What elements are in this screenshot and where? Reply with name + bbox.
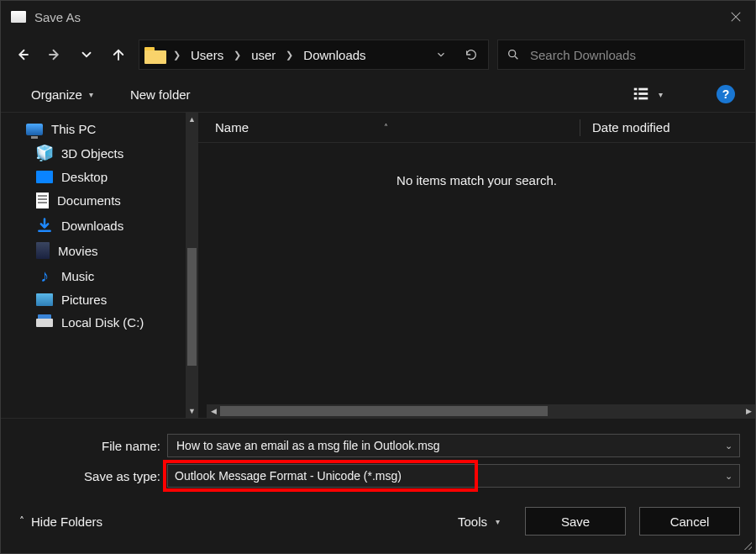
new-folder-button[interactable]: New folder [130, 87, 191, 102]
chevron-down-icon[interactable]: ⌄ [718, 441, 732, 451]
scroll-track[interactable] [220, 404, 742, 418]
search-box[interactable] [497, 40, 745, 70]
caret-down-icon: ▾ [496, 517, 500, 526]
folder-icon [144, 45, 166, 64]
scroll-left-icon[interactable]: ◀ [207, 404, 220, 418]
pictures-icon [36, 293, 53, 306]
save-type-label: Save as type: [16, 469, 167, 483]
hide-folders-button[interactable]: ˄ Hide Folders [19, 514, 102, 529]
this-pc-icon [26, 124, 43, 135]
column-date-label: Date modified [592, 120, 670, 135]
horizontal-scrollbar[interactable]: ◀ ▶ [207, 404, 755, 418]
save-type-field[interactable]: Outlook Message Format - Unicode (*.msg)… [167, 464, 740, 488]
column-separator[interactable] [580, 119, 580, 136]
document-icon [36, 193, 49, 208]
search-input[interactable] [528, 47, 736, 63]
scroll-up-icon[interactable]: ▲ [186, 113, 198, 126]
download-icon [36, 217, 53, 234]
address-dropdown[interactable] [429, 43, 453, 66]
tree-label: Pictures [61, 293, 107, 307]
arrow-right-icon [47, 47, 62, 62]
tree-item-pictures[interactable]: Pictures [1, 288, 198, 311]
crumb-user[interactable]: user [248, 46, 279, 64]
tree-label: Movies [58, 244, 98, 258]
file-name-label: File name: [16, 439, 167, 453]
tree-item-desktop[interactable]: Desktop [1, 166, 198, 188]
titlebar: Save As [1, 1, 755, 33]
chevron-down-icon[interactable]: ⌄ [718, 471, 732, 482]
organize-menu[interactable]: Organize ▾ [31, 87, 93, 102]
nav-forward-button[interactable] [43, 43, 66, 66]
folder-tree: This PC 🧊 3D Objects Desktop Documents [1, 113, 198, 339]
column-headers: Name ˄ Date modified [198, 113, 755, 143]
tree-item-movies[interactable]: Movies [1, 238, 198, 263]
tree-label: Desktop [61, 170, 108, 184]
chevron-right-icon: ❯ [228, 50, 246, 61]
resize-grip-icon[interactable] [742, 540, 752, 550]
column-date[interactable]: Date modified [592, 120, 738, 135]
svg-rect-3 [634, 92, 638, 95]
new-folder-label: New folder [130, 87, 191, 102]
svg-rect-5 [634, 98, 638, 100]
chevron-up-icon: ˄ [19, 515, 24, 527]
scroll-thumb[interactable] [187, 248, 197, 366]
hide-folders-label: Hide Folders [31, 514, 102, 529]
svg-point-0 [509, 50, 516, 57]
nav-up-button[interactable] [107, 43, 130, 66]
sort-indicator-icon: ˄ [384, 123, 388, 132]
save-as-dialog: Save As ❯ Users ❯ user ❯ Downloads [0, 0, 756, 554]
tree-item-local-disk[interactable]: Local Disk (C:) [1, 311, 198, 334]
main-area: This PC 🧊 3D Objects Desktop Documents [1, 112, 755, 419]
music-icon: ♪ [36, 267, 53, 284]
file-name-field[interactable]: ⌄ [167, 434, 740, 457]
tree-item-documents[interactable]: Documents [1, 188, 198, 213]
scroll-down-icon[interactable]: ▼ [186, 404, 198, 418]
organize-label: Organize [31, 87, 82, 102]
help-button[interactable]: ? [717, 85, 735, 103]
tree-item-this-pc[interactable]: This PC [1, 118, 198, 140]
save-form: File name: ⌄ Save as type: Outlook Messa… [1, 419, 755, 493]
tree-item-music[interactable]: ♪ Music [1, 263, 198, 288]
tree-label: Downloads [61, 219, 123, 233]
scroll-thumb[interactable] [220, 406, 548, 416]
file-name-input[interactable] [175, 438, 718, 453]
view-options[interactable]: ▾ [632, 85, 663, 103]
arrow-left-icon [15, 47, 30, 62]
chevron-down-icon [435, 49, 447, 61]
desktop-icon [36, 171, 53, 183]
address-bar[interactable]: ❯ Users ❯ user ❯ Downloads [139, 40, 489, 70]
disk-icon [36, 319, 53, 327]
tools-menu[interactable]: Tools ▾ [458, 514, 500, 529]
caret-down-icon: ▾ [89, 90, 93, 99]
file-pane: Name ˄ Date modified No items match your… [198, 113, 755, 418]
arrow-up-icon [111, 47, 126, 62]
nav-back-button[interactable] [11, 43, 34, 66]
chevron-down-icon [79, 47, 94, 62]
save-label: Save [561, 514, 590, 529]
refresh-icon [465, 48, 478, 61]
refresh-button[interactable] [459, 43, 483, 66]
column-name[interactable]: Name ˄ [215, 120, 568, 135]
save-button[interactable]: Save [525, 507, 626, 536]
nav-recent-button[interactable] [75, 43, 98, 66]
search-icon [507, 48, 520, 61]
cancel-label: Cancel [670, 514, 710, 529]
app-icon [11, 11, 26, 23]
scroll-track[interactable] [186, 126, 198, 404]
tree-label: 3D Objects [61, 146, 123, 161]
tree-label: Music [61, 269, 94, 283]
sidebar-scrollbar[interactable]: ▲ ▼ [186, 113, 198, 418]
svg-rect-1 [634, 88, 638, 91]
svg-rect-6 [638, 98, 648, 100]
tree-item-downloads[interactable]: Downloads [1, 213, 198, 238]
sidebar: This PC 🧊 3D Objects Desktop Documents [1, 113, 198, 418]
breadcrumb: Users ❯ user ❯ Downloads [187, 46, 423, 64]
cancel-button[interactable]: Cancel [639, 507, 740, 536]
crumb-users[interactable]: Users [187, 46, 227, 64]
scroll-right-icon[interactable]: ▶ [742, 404, 755, 418]
crumb-downloads[interactable]: Downloads [300, 46, 369, 64]
close-button[interactable] [717, 1, 755, 33]
svg-rect-4 [638, 92, 648, 95]
tree-label: Local Disk (C:) [61, 315, 144, 330]
tree-item-3d-objects[interactable]: 🧊 3D Objects [1, 140, 198, 166]
